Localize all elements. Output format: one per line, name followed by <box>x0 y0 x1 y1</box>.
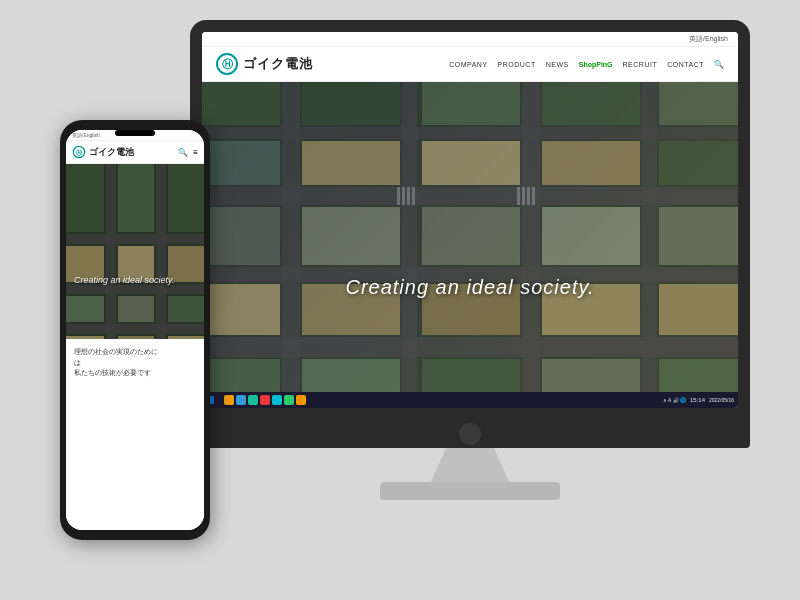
desktop-hero-title: Creating an ideal society. <box>345 276 594 298</box>
desktop-nav: Ⓗ ゴイク電池 COMPANY PRODUCT NEWS ShopPinG RE… <box>202 47 738 82</box>
desktop-logo-text: ゴイク電池 <box>243 55 313 73</box>
monitor-bezel-bottom <box>190 420 750 448</box>
monitor: 英語/English Ⓗ ゴイク電池 CO <box>190 20 750 500</box>
taskbar-icon-3[interactable] <box>248 395 258 405</box>
monitor-stand-base <box>380 482 560 500</box>
mobile-content-line1: 理想の社会の実現のために <box>74 348 158 355</box>
phone-screen: 英語/English Ⓗ ゴイク電池 🔍 ≡ <box>66 130 204 530</box>
taskbar-time: 15:14 <box>690 397 705 403</box>
svg-rect-44 <box>202 82 738 392</box>
mobile-nav: Ⓗ ゴイク電池 🔍 ≡ <box>66 141 204 164</box>
mobile-hero: Creating an ideal society. <box>66 164 204 339</box>
nav-shopping[interactable]: ShopPinG <box>579 61 613 68</box>
mobile-logo-icon: Ⓗ <box>72 145 86 159</box>
desktop-hero: Creating an ideal society. <box>202 82 738 392</box>
monitor-stand-neck <box>430 448 510 484</box>
taskbar-icons <box>224 395 306 405</box>
nav-recruit[interactable]: RECRUIT <box>623 61 658 68</box>
monitor-frame: 英語/English Ⓗ ゴイク電池 CO <box>190 20 750 420</box>
monitor-screen: 英語/English Ⓗ ゴイク電池 CO <box>202 32 738 408</box>
mobile-content-line2: は <box>74 359 81 366</box>
mobile-content: 理想の社会の実現のために は 私たちの技術が必要です <box>66 339 204 530</box>
mobile-city-pattern <box>66 164 204 339</box>
taskbar-icon-5[interactable] <box>272 395 282 405</box>
mobile-hero-text-container: Creating an ideal society. <box>74 269 196 287</box>
taskbar-icon-1[interactable] <box>224 395 234 405</box>
desktop-nav-links: COMPANY PRODUCT NEWS ShopPinG RECRUIT CO… <box>449 60 724 69</box>
monitor-power-indicator <box>459 423 481 445</box>
hero-background: Creating an ideal society. <box>202 82 738 392</box>
svg-rect-65 <box>66 164 204 339</box>
desktop-lang-bar: 英語/English <box>202 32 738 47</box>
phone-notch <box>115 130 155 136</box>
mobile-logo-text: ゴイク電池 <box>89 146 134 159</box>
nav-news[interactable]: NEWS <box>546 61 569 68</box>
nav-product[interactable]: PRODUCT <box>498 61 536 68</box>
phone: 英語/English Ⓗ ゴイク電池 🔍 ≡ <box>60 120 210 540</box>
svg-text:Ⓗ: Ⓗ <box>222 58 234 70</box>
mobile-lang-text: 英語/English <box>72 132 100 138</box>
taskbar-icon-4[interactable] <box>260 395 270 405</box>
mobile-hero-title: Creating an ideal society. <box>74 275 174 285</box>
taskbar-icon-6[interactable] <box>284 395 294 405</box>
taskbar-date: 2022/05/16 <box>709 397 734 403</box>
mobile-search-icon[interactable]: 🔍 <box>178 148 188 157</box>
svg-text:Ⓗ: Ⓗ <box>76 149 83 156</box>
taskbar-icon-7[interactable] <box>296 395 306 405</box>
desktop-taskbar: ∧ A 🔊 🌐 15:14 2022/05/16 <box>202 392 738 408</box>
search-icon[interactable]: 🔍 <box>714 60 724 69</box>
mobile-nav-icons: 🔍 ≡ <box>178 148 198 157</box>
nav-company[interactable]: COMPANY <box>449 61 487 68</box>
taskbar-system-tray: ∧ A 🔊 🌐 <box>663 397 686 403</box>
nav-contact[interactable]: CONTACT <box>667 61 704 68</box>
city-aerial-pattern <box>202 82 738 392</box>
desktop-hero-text-container: Creating an ideal society. <box>345 276 594 299</box>
scene: 英語/English Ⓗ ゴイク電池 CO <box>0 0 800 600</box>
desktop-lang-text: 英語/English <box>689 35 728 42</box>
desktop-logo: Ⓗ ゴイク電池 <box>216 53 313 75</box>
desktop-website: 英語/English Ⓗ ゴイク電池 CO <box>202 32 738 408</box>
mobile-menu-icon[interactable]: ≡ <box>193 148 198 157</box>
logo-icon: Ⓗ <box>216 53 238 75</box>
taskbar-right: ∧ A 🔊 🌐 15:14 2022/05/16 <box>663 397 734 403</box>
mobile-content-line3: 私たちの技術が必要です <box>74 369 151 376</box>
taskbar-icon-2[interactable] <box>236 395 246 405</box>
phone-frame: 英語/English Ⓗ ゴイク電池 🔍 ≡ <box>60 120 210 540</box>
mobile-content-text: 理想の社会の実現のために は 私たちの技術が必要です <box>74 347 196 379</box>
